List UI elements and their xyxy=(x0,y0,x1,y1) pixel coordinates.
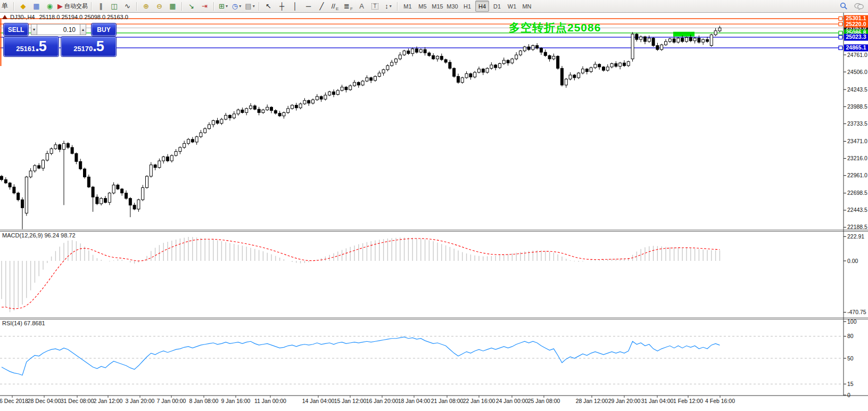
line-chart-icon[interactable]: ∿ xyxy=(121,1,134,12)
toolbar-icons: ◆▦◉▶自动交易∥◫∿⊕⊖▦↘⇥⊞▾◷▾▤▾↖┼│─╱//E≣FAT↕▾ xyxy=(16,1,395,12)
svg-text:29 Jan 20:00: 29 Jan 20:00 xyxy=(608,398,641,404)
text-label-icon[interactable]: T xyxy=(369,1,381,12)
svg-text:8 Jan 08:00: 8 Jan 08:00 xyxy=(189,398,219,404)
svg-text:31 Jan 04:00: 31 Jan 04:00 xyxy=(641,398,674,404)
toolbar-separator xyxy=(181,2,183,11)
search-icon[interactable] xyxy=(840,2,848,10)
zoom-in-icon[interactable]: ⊕ xyxy=(140,1,152,12)
sell-price-frac: .5 xyxy=(35,38,46,55)
fibonacci-icon[interactable]: ≣F xyxy=(342,1,354,12)
market-watch-icon[interactable]: ▦ xyxy=(30,1,43,12)
one-click-trading-panel: SELL ▾ ▴ BUY 25161 .5 25170 .5 xyxy=(4,23,116,56)
svg-text:26 Dec 2018: 26 Dec 2018 xyxy=(0,398,28,404)
svg-text:15 Jan 12:00: 15 Jan 12:00 xyxy=(334,398,367,404)
timeframe-d1[interactable]: D1 xyxy=(490,1,504,12)
svg-text:22961.0: 22961.0 xyxy=(847,172,867,178)
svg-text:2 Jan 12:00: 2 Jan 12:00 xyxy=(94,398,123,404)
svg-text:25220.0: 25220.0 xyxy=(846,21,866,27)
auto-scroll-icon[interactable]: ↘ xyxy=(185,1,197,12)
timeframe-h1[interactable]: H1 xyxy=(460,1,474,12)
svg-text:14 Jan 04:00: 14 Jan 04:00 xyxy=(302,398,335,404)
horizontal-line-icon[interactable]: ─ xyxy=(302,1,315,12)
trendline-icon[interactable]: ╱ xyxy=(316,1,328,12)
toolbar-separator xyxy=(91,2,92,11)
svg-text:21 Jan 08:00: 21 Jan 08:00 xyxy=(431,398,464,404)
new-order-icon[interactable]: ◆ xyxy=(17,1,29,12)
svg-text:23471.0: 23471.0 xyxy=(847,138,867,144)
timeframe-m30[interactable]: M30 xyxy=(445,1,459,12)
svg-text:24243.5: 24243.5 xyxy=(847,86,867,93)
svg-text:22 Jan 16:00: 22 Jan 16:00 xyxy=(463,398,495,404)
sell-price-main: 25161 xyxy=(16,45,35,53)
chart-shift-icon[interactable]: ⇥ xyxy=(199,1,211,12)
svg-text:-470.75: -470.75 xyxy=(847,309,866,315)
toolbar-separator xyxy=(397,2,398,11)
svg-text:24 Jan 00:00: 24 Jan 00:00 xyxy=(496,398,528,404)
chat-icon[interactable] xyxy=(854,3,864,10)
buy-price-display[interactable]: 25170 .5 xyxy=(61,37,116,56)
chart-canvas[interactable]: 25163.025301.125220.025086.825023.324865… xyxy=(0,0,868,411)
macd-indicator-label: MACD(12,26,9) 96.24 98.72 xyxy=(2,232,76,239)
templates-icon[interactable]: ▤▾ xyxy=(244,1,256,12)
svg-text:28 Jan 12:00: 28 Jan 12:00 xyxy=(576,398,608,404)
timeframe-m15[interactable]: M15 xyxy=(431,1,444,12)
svg-text:4 Feb 16:00: 4 Feb 16:00 xyxy=(705,398,735,404)
svg-text:23988.5: 23988.5 xyxy=(847,103,867,110)
mt4-window: 单 ◆▦◉▶自动交易∥◫∿⊕⊖▦↘⇥⊞▾◷▾▤▾↖┼│─╱//E≣FAT↕▾ M… xyxy=(0,0,868,411)
toolbar-separator xyxy=(213,2,214,11)
sell-button[interactable]: SELL xyxy=(4,23,28,36)
signals-icon[interactable]: ◉ xyxy=(44,1,56,12)
timeframe-m5[interactable]: M5 xyxy=(416,1,429,12)
sell-price-display[interactable]: 25161 .5 xyxy=(4,37,59,56)
svg-text:24761.0: 24761.0 xyxy=(847,52,867,58)
tile-windows-icon[interactable]: ▦ xyxy=(167,1,179,12)
bar-chart-icon[interactable]: ∥ xyxy=(95,1,107,12)
indicators-icon[interactable]: ⊞▾ xyxy=(217,1,229,12)
periods-icon[interactable]: ◷▾ xyxy=(230,1,243,12)
autotrading-icon[interactable]: ▶自动交易 xyxy=(57,1,88,12)
svg-text:50: 50 xyxy=(847,355,854,361)
svg-text:22443.5: 22443.5 xyxy=(847,207,867,213)
timeframe-mn[interactable]: MN xyxy=(520,1,534,12)
timeframe-m1[interactable]: M1 xyxy=(401,1,415,12)
svg-text:22698.5: 22698.5 xyxy=(847,190,867,196)
chart-ohlc-values: 25118.0 25194.0 25098.0 25163.0 xyxy=(39,14,128,20)
svg-text:23216.0: 23216.0 xyxy=(847,155,867,161)
chart-window-icon xyxy=(2,15,7,19)
candlestick-chart-icon[interactable]: ◫ xyxy=(108,1,120,12)
toolbar-separator xyxy=(13,2,14,11)
toolbar-right xyxy=(840,0,864,12)
buy-price-main: 25170 xyxy=(73,45,93,53)
arrows-icon[interactable]: ↕▾ xyxy=(382,1,394,12)
toolbar-separator xyxy=(259,2,260,11)
toolbar: 单 ◆▦◉▶自动交易∥◫∿⊕⊖▦↘⇥⊞▾◷▾▤▾↖┼│─╱//E≣FAT↕▾ M… xyxy=(0,0,868,13)
highlight-zone-rect[interactable] xyxy=(673,32,695,37)
channel-icon[interactable]: //E xyxy=(329,1,341,12)
chart-header: DJ30-,H4 25118.0 25194.0 25098.0 25163.0 xyxy=(2,14,128,20)
order-menu-label[interactable]: 单 xyxy=(0,2,11,11)
svg-text:80: 80 xyxy=(847,333,854,339)
svg-text:7 Jan 00:00: 7 Jan 00:00 xyxy=(157,398,186,404)
svg-text:9 Jan 16:00: 9 Jan 16:00 xyxy=(221,398,251,404)
svg-text:18 Jan 04:00: 18 Jan 04:00 xyxy=(398,398,431,404)
timeframe-h4[interactable]: H4 xyxy=(475,1,489,12)
svg-text:0: 0 xyxy=(847,392,850,398)
timeframe-w1[interactable]: W1 xyxy=(505,1,519,12)
svg-text:28 Dec 04:00: 28 Dec 04:00 xyxy=(28,398,61,404)
text-icon[interactable]: A xyxy=(356,1,368,12)
pivot-annotation-text[interactable]: 多空转折点25086 xyxy=(509,20,601,35)
buy-price-frac: .5 xyxy=(93,38,104,55)
svg-text:24865.1: 24865.1 xyxy=(846,44,866,51)
volume-increase-button[interactable]: ▴ xyxy=(80,24,86,35)
cursor-icon[interactable]: ↖ xyxy=(262,1,275,12)
timeframe-buttons: M1M5M15M30H1H4D1W1MN xyxy=(400,1,534,12)
svg-text:23733.5: 23733.5 xyxy=(847,120,867,127)
zoom-out-icon[interactable]: ⊖ xyxy=(153,1,166,12)
svg-text:100: 100 xyxy=(847,318,857,325)
volume-decrease-button[interactable]: ▾ xyxy=(31,24,37,35)
buy-button[interactable]: BUY xyxy=(92,23,116,36)
crosshair-icon[interactable]: ┼ xyxy=(276,1,288,12)
svg-text:3 Jan 20:00: 3 Jan 20:00 xyxy=(126,398,155,404)
vertical-line-icon[interactable]: │ xyxy=(289,1,301,12)
volume-input[interactable] xyxy=(37,24,80,35)
